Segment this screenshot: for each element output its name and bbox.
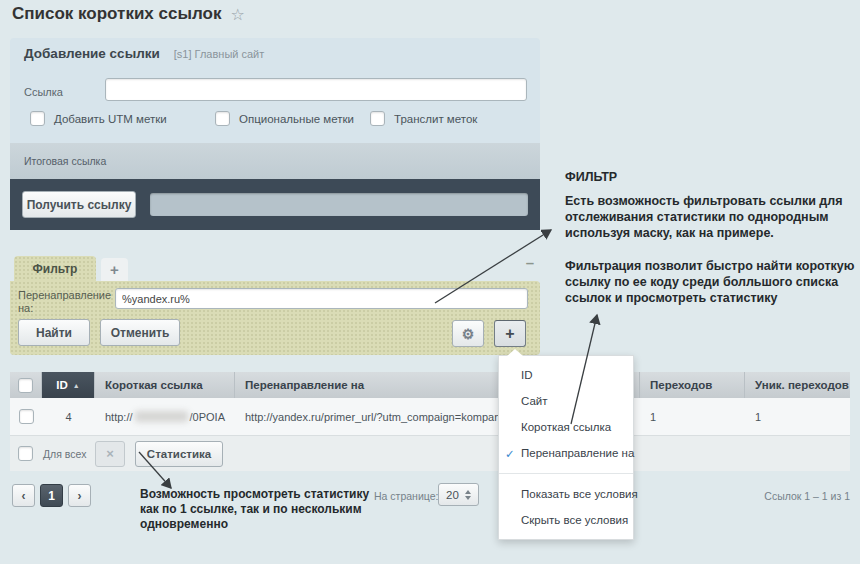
menu-item-short-link-label: Короткая ссылка [521,421,611,433]
filter-panel: Перенаправление на: Найти Отменить ⚙ + [10,281,540,355]
short-link-suffix: /0POIA [190,411,225,423]
row-unique-clicks-cell: 1 [745,398,850,435]
row-id-cell: 4 [42,398,95,435]
cancel-button[interactable]: Отменить [100,319,180,346]
page: Список коротких ссылок ☆ Добавление ссыл… [0,0,860,564]
checkbox-optional-label: Опциональные метки [239,113,354,125]
plus-icon: + [505,325,514,343]
for-all-checkbox[interactable] [18,446,33,461]
sort-asc-icon: ▲ [73,382,80,389]
column-header-unique-clicks[interactable]: Уник. переходов [745,372,850,398]
annotation-statistics-note: Возможность просмотреть статистику как п… [140,487,390,532]
redirect-filter-input[interactable] [115,288,528,309]
table-header-row: ID ▲ Короткая ссылка Перенаправление на … [10,372,850,398]
per-page-value: 20 [446,489,459,501]
result-link-field [150,193,528,216]
checkbox-utm-label: Добавить UTM метки [54,113,167,125]
next-page-button[interactable]: › [68,484,91,507]
redacted-domain [135,411,188,422]
checkbox-translit[interactable]: Транслит меток [370,111,477,126]
gear-button[interactable]: ⚙ [452,320,484,347]
result-link-strip: Итоговая ссылка [10,143,540,179]
add-panel-title: Добавление ссылки [24,46,160,61]
annotation-filter-paragraph-2: Фильтрация позволит быстро найти коротку… [565,258,860,306]
gear-icon: ⚙ [462,326,475,342]
checkbox-optional[interactable]: Опциональные метки [215,111,370,126]
close-button[interactable]: × [95,441,125,467]
site-label: [s1] Главный сайт [174,48,265,60]
menu-item-site[interactable]: Сайт [499,388,633,414]
collapse-filter-icon[interactable]: – [522,254,538,270]
star-icon[interactable]: ☆ [230,5,244,24]
menu-item-id-label: ID [521,369,533,381]
current-page-button[interactable]: 1 [40,484,63,507]
row-checkbox[interactable] [19,409,34,424]
close-icon: × [106,446,114,461]
statistics-button[interactable]: Статистика [135,441,223,467]
column-header-clicks[interactable]: Переходов [640,372,745,398]
menu-separator [499,473,633,474]
per-page-select[interactable]: 20 [438,483,479,506]
menu-item-redirect-label: Перенаправление на [521,447,634,459]
dropdown-caret-icon [507,349,523,356]
annotation-filter-title: ФИЛЬТР [565,170,617,184]
select-arrows-icon [465,490,471,500]
menu-item-show-all-label: Показать все условия [521,488,638,500]
add-link-panel: Добавление ссылки [s1] Главный сайт Ссыл… [10,38,540,230]
checkbox-utm[interactable]: Добавить UTM метки [30,111,215,126]
menu-item-hide-all-label: Скрыть все условия [521,514,628,526]
menu-item-site-label: Сайт [521,395,548,407]
short-link-prefix: http:// [105,411,133,423]
annotation-filter-paragraph-1: Есть возможность фильтровать ссылки для … [565,193,857,241]
row-short-link-cell: http:// /0POIA [95,398,235,435]
menu-item-redirect[interactable]: ✓ Перенаправление на [499,440,633,466]
column-header-id-label: ID [56,379,68,391]
get-link-button[interactable]: Получить ссылку [22,191,136,218]
menu-item-id[interactable]: ID [499,362,633,388]
for-all-label: Для всех [43,448,86,460]
select-all-checkbox[interactable] [18,378,33,393]
checkbox-icon[interactable] [215,111,230,126]
checkbox-icon[interactable] [30,111,45,126]
add-condition-button[interactable]: + [494,320,526,347]
table-row: 4 http:// /0POIA http://yandex.ru/primer… [10,398,850,436]
add-filter-tab-button[interactable]: + [101,258,128,281]
chevron-right-icon: › [78,489,82,503]
links-table: ID ▲ Короткая ссылка Перенаправление на … [10,372,850,471]
page-title: Список коротких ссылок [12,4,221,24]
menu-item-short-link[interactable]: Короткая ссылка [499,414,633,440]
prev-page-button[interactable]: ‹ [12,484,35,507]
page-header: Список коротких ссылок ☆ [12,4,245,24]
select-all-cell [10,372,42,398]
checkbox-icon[interactable] [370,111,385,126]
row-clicks-cell: 1 [640,398,745,435]
link-input[interactable] [105,78,527,101]
check-icon: ✓ [505,447,515,461]
redirect-filter-label: Перенаправление на: [18,289,114,315]
links-count-label: Ссылок 1 – 1 из 1 [700,490,850,502]
column-header-id[interactable]: ID ▲ [42,372,95,398]
menu-item-show-all[interactable]: Показать все условия [499,481,633,507]
result-link-label: Итоговая ссылка [24,155,106,167]
checkbox-translit-label: Транслит меток [394,113,477,125]
menu-item-hide-all[interactable]: Скрыть все условия [499,507,633,533]
table-footer-row: Для всех × Статистика [10,436,850,471]
link-label: Ссылка [24,86,63,98]
tab-filter[interactable]: Фильтр [14,256,96,281]
conditions-dropdown: ID Сайт Короткая ссылка ✓ Перенаправлени… [498,355,634,540]
row-select-cell [10,398,42,435]
chevron-left-icon: ‹ [22,489,26,503]
find-button[interactable]: Найти [18,319,90,346]
get-link-bar: Получить ссылку [10,179,540,230]
column-header-short-link[interactable]: Короткая ссылка [95,372,235,398]
